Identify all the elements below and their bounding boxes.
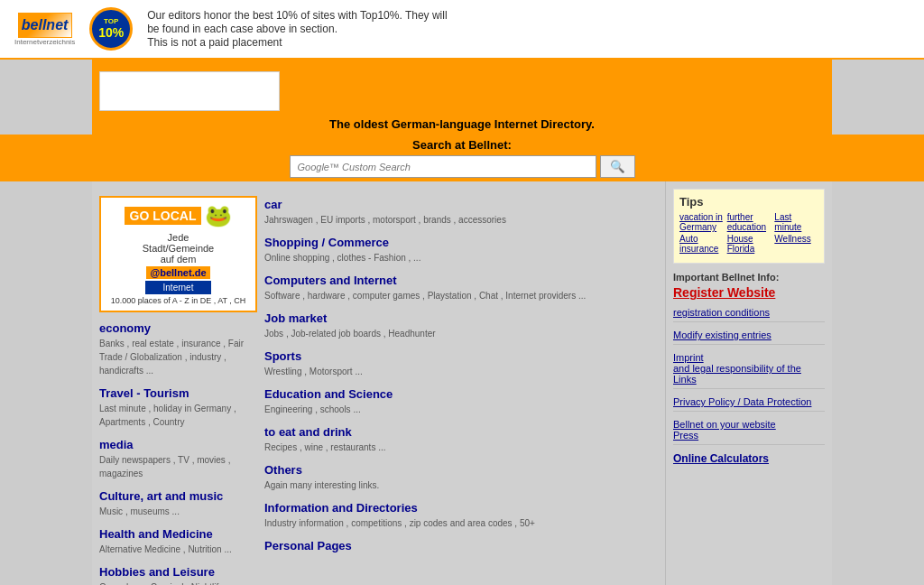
left-cat-hobbies[interactable]: Hobbies and Leisure [99, 565, 257, 579]
sidebar-privacy[interactable]: Privacy Policy / Data Protection [673, 393, 825, 412]
go-local-header: GO LOCAL 🐸 [125, 203, 233, 228]
left-cat-health[interactable]: Health and Medicine [99, 527, 257, 541]
sidebar-bellnet-website-text: Bellnet on your website [673, 419, 776, 430]
important-info-label: Important Bellnet Info: [673, 272, 779, 283]
tips-link-0[interactable]: vacation inGermany [679, 212, 724, 232]
right-cat-eat-sub: Recipes , wine , restaurants ... [264, 441, 658, 454]
go-local-label: GO LOCAL [125, 207, 202, 225]
left-cat-hobbies-sub: Genealogy , Carnival , Nightlife ... [99, 580, 257, 585]
banner-image [99, 71, 280, 111]
right-cat-sports[interactable]: Sports [264, 349, 658, 363]
main-outer: GO LOCAL 🐸 Jede Stadt/Gemeinde auf dem @… [92, 181, 832, 585]
right-cat-jobmarket-sub: Jobs , Job-related job boards , Headhunt… [264, 327, 658, 340]
logo-text: bellnet [22, 17, 69, 33]
logo-shape: bellnet Internetverzeichnis [14, 13, 75, 46]
tips-link-4[interactable]: HouseFlorida [727, 234, 772, 254]
banner-area [92, 69, 832, 114]
tips-grid: vacation inGermany furthereducation Last… [679, 212, 818, 254]
local-count: 10.000 places of A - Z in DE , AT , CH [111, 296, 246, 305]
right-cat-sports-sub: Wrestling , Motorsport ... [264, 365, 658, 378]
bellnet-de-label[interactable]: @bellnet.de [146, 266, 209, 279]
right-cat-car[interactable]: car [264, 198, 658, 211]
left-cat-media-sub: Daily newspapers , TV , movies , magazin… [99, 453, 257, 480]
left-cat-economy[interactable]: economy [99, 321, 257, 335]
right-cat-shopping[interactable]: Shopping / Commerce [264, 236, 658, 249]
title-bar: The oldest German-language Internet Dire… [92, 114, 832, 135]
online-calculators-link[interactable]: Online Calculators [673, 452, 825, 465]
left-cat-economy-sub: Banks , real estate , insurance , Fair T… [99, 337, 257, 377]
left-cat-culture[interactable]: Culture, art and music [99, 489, 257, 503]
sidebar-bellnet-website[interactable]: Bellnet on your website Press [673, 415, 825, 445]
site-header: bellnet Internetverzeichnis TOP 10% Our … [0, 0, 924, 60]
site-title: The oldest German-language Internet Dire… [99, 117, 825, 131]
right-cat-computers[interactable]: Computers and Internet [264, 274, 658, 287]
left-cat-health-sub: Alternative Medicine , Nutrition ... [99, 543, 257, 556]
search-label: Search at Bellnet: [412, 138, 512, 152]
go-local-box: GO LOCAL 🐸 Jede Stadt/Gemeinde auf dem @… [99, 196, 257, 312]
tips-link-5[interactable]: Wellness [774, 234, 818, 254]
right-cat-eat[interactable]: to eat and drink [264, 425, 658, 439]
right-column: car Jahrswagen , EU imports , motorsport… [264, 189, 658, 585]
frog-icon: 🐸 [205, 203, 232, 228]
important-info-section: Important Bellnet Info: Register Website [673, 271, 825, 300]
internet-badge: Internet [145, 281, 212, 294]
sidebar-press-text: Press [673, 430, 698, 441]
sidebar-registration[interactable]: registration conditions [673, 303, 825, 322]
left-column: GO LOCAL 🐸 Jede Stadt/Gemeinde auf dem @… [99, 189, 257, 585]
top-orange-strip [92, 60, 832, 69]
tips-link-2[interactable]: Lastminute [774, 212, 818, 232]
tips-section: Tips vacation inGermany furthereducation… [673, 189, 825, 264]
right-cat-personal[interactable]: Personal Pages [264, 539, 658, 552]
right-cat-information[interactable]: Information and Directories [264, 501, 658, 515]
right-cat-computers-sub: Software , hardware , computer games , P… [264, 289, 658, 302]
logo-container: bellnet Internetverzeichnis [14, 13, 75, 46]
tips-link-1[interactable]: furthereducation [727, 212, 772, 232]
left-center-panel: GO LOCAL 🐸 Jede Stadt/Gemeinde auf dem @… [92, 181, 665, 585]
right-cat-education-sub: Engineering , schools ... [264, 403, 658, 416]
search-input[interactable] [290, 155, 596, 178]
logo-subtitle: Internetverzeichnis [14, 38, 75, 46]
local-text: Jede Stadt/Gemeinde auf dem [143, 232, 215, 265]
search-bar-area: Search at Bellnet: 🔍 [0, 135, 924, 181]
right-cat-others-sub: Again many interesting links. [264, 478, 658, 492]
header-description: Our editors honor the best 10% of sites … [147, 8, 447, 50]
right-cat-others[interactable]: Others [264, 463, 658, 477]
right-sidebar: Tips vacation inGermany furthereducation… [665, 181, 832, 585]
right-cat-car-sub: Jahrswagen , EU imports , motorsport , b… [264, 213, 658, 227]
left-cat-travel[interactable]: Travel - Tourism [99, 386, 257, 400]
sidebar-imprint[interactable]: Imprint and legal responsibility of the … [673, 348, 825, 389]
right-cat-shopping-sub: Online shopping , clothes - Fashion , ..… [264, 251, 658, 265]
search-button[interactable]: 🔍 [600, 155, 635, 178]
top10-badge: TOP 10% [89, 7, 133, 51]
left-cat-culture-sub: Music , museums ... [99, 505, 257, 518]
content-area: GO LOCAL 🐸 Jede Stadt/Gemeinde auf dem @… [92, 181, 832, 585]
search-icon: 🔍 [610, 160, 625, 173]
register-website-link[interactable]: Register Website [673, 285, 825, 300]
tips-link-3[interactable]: Autoinsurance [679, 234, 724, 254]
left-categories: economy Banks , real estate , insurance … [99, 321, 257, 585]
left-cat-travel-sub: Last minute , holiday in Germany , Apart… [99, 402, 257, 429]
tips-title: Tips [679, 195, 818, 209]
left-cat-media[interactable]: media [99, 438, 257, 451]
right-cat-jobmarket[interactable]: Job market [264, 311, 658, 325]
right-cat-information-sub: Industry information , competitions , zi… [264, 516, 658, 530]
right-cat-education[interactable]: Education and Science [264, 387, 658, 401]
sidebar-modify[interactable]: Modify existing entries [673, 326, 825, 345]
